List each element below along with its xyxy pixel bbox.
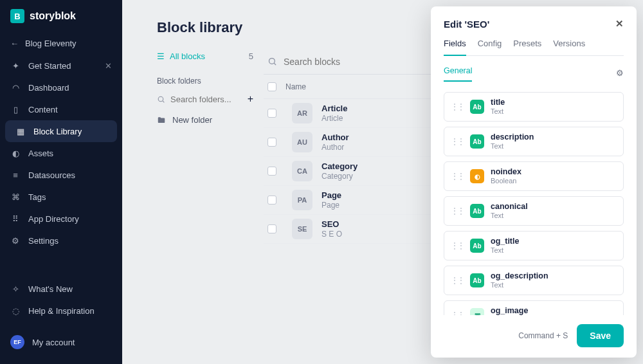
drag-handle-icon[interactable]: ⋮⋮ xyxy=(451,102,464,111)
subtab-general[interactable]: General xyxy=(444,64,472,82)
name-column-header: Name xyxy=(285,82,306,91)
block-avatar: CA xyxy=(292,161,312,181)
data-icon: ≡ xyxy=(10,170,21,180)
close-panel-button[interactable]: ✕ xyxy=(615,18,624,30)
sidebar-item-label: App Directory xyxy=(28,214,79,224)
sidebar-item-label: Help & Inspiration xyxy=(28,306,95,316)
field-row[interactable]: ⋮⋮ ◐ noindex Boolean xyxy=(444,161,624,191)
block-name: Article xyxy=(322,104,347,114)
tab-config[interactable]: Config xyxy=(478,39,502,55)
drag-handle-icon[interactable]: ⋮⋮ xyxy=(451,311,464,315)
save-shortcut-hint: Command + S xyxy=(518,331,568,340)
folder-sidebar: ☰ All blocks 5 Block folders + New folde… xyxy=(157,49,253,130)
select-all-checkbox[interactable] xyxy=(267,82,276,91)
add-folder-button[interactable]: + xyxy=(248,93,253,105)
sidebar-item-app-directory[interactable]: ⠿ App Directory xyxy=(0,208,122,230)
edit-block-panel: Edit 'SEO' ✕ Fields Config Presets Versi… xyxy=(431,6,637,358)
close-icon[interactable]: ✕ xyxy=(105,61,112,71)
gauge-icon: ◠ xyxy=(10,82,21,93)
row-checkbox[interactable] xyxy=(267,167,276,176)
breadcrumb-label: Blog Eleventy xyxy=(25,39,77,48)
sidebar-item-assets[interactable]: ◐ Assets xyxy=(0,142,122,164)
all-blocks-count: 5 xyxy=(249,51,253,61)
sidebar-item-dashboard[interactable]: ◠ Dashboard xyxy=(0,77,122,98)
drag-handle-icon[interactable]: ⋮⋮ xyxy=(451,137,464,146)
tab-versions[interactable]: Versions xyxy=(553,39,585,55)
tag-icon: ⌘ xyxy=(10,192,21,202)
page-icon: ▯ xyxy=(10,104,21,114)
field-type-label: Text xyxy=(491,212,528,219)
block-technical-name: Article xyxy=(322,114,347,123)
field-name: canonical xyxy=(491,203,528,212)
sidebar-item-whats-new[interactable]: ✧ What's New xyxy=(0,278,122,300)
sidebar-item-content[interactable]: ▯ Content xyxy=(0,98,122,120)
field-type-label: Text xyxy=(491,107,505,115)
sidebar-item-account[interactable]: EF My account xyxy=(0,329,122,355)
breadcrumb[interactable]: ← Blog Eleventy xyxy=(0,32,122,55)
tab-fields[interactable]: Fields xyxy=(444,39,466,56)
sidebar-item-tags[interactable]: ⌘ Tags xyxy=(0,186,122,208)
section-settings-button[interactable]: ⚙ xyxy=(616,68,624,78)
svg-line-1 xyxy=(163,100,164,102)
block-avatar: PA xyxy=(292,190,312,210)
block-technical-name: S E O xyxy=(322,230,342,239)
folder-item[interactable]: New folder xyxy=(157,110,253,130)
block-avatar: SE xyxy=(292,219,312,239)
brand-logo[interactable]: B storyblok xyxy=(0,9,122,32)
blocks-icon: ▦ xyxy=(15,126,26,136)
field-row[interactable]: ⋮⋮ Ab og_title Text xyxy=(444,231,624,260)
field-row[interactable]: ⋮⋮ Ab og_description Text xyxy=(444,266,624,295)
sidebar-item-block-library[interactable]: ▦ Block Library xyxy=(5,120,117,142)
sidebar-item-help[interactable]: ◌ Help & Inspiration xyxy=(0,300,122,322)
drag-handle-icon[interactable]: ⋮⋮ xyxy=(451,241,464,250)
block-avatar: AU xyxy=(292,132,312,152)
brand-logo-mark: B xyxy=(10,9,24,23)
sidebar-item-label: Block Library xyxy=(33,127,82,136)
sidebar-item-label: Get Started xyxy=(28,61,71,71)
folders-section-label: Block folders xyxy=(157,77,253,86)
folder-search-row: + xyxy=(157,91,253,107)
folder-label: New folder xyxy=(172,115,212,125)
all-blocks-filter[interactable]: ☰ All blocks 5 xyxy=(157,49,253,64)
sidebar-item-datasources[interactable]: ≡ Datasources xyxy=(0,164,122,186)
drag-handle-icon[interactable]: ⋮⋮ xyxy=(451,206,464,215)
field-row[interactable]: ⋮⋮ ▣ og_image Asset xyxy=(444,300,624,315)
fields-list: ⋮⋮ Ab title Text⋮⋮ Ab description Text⋮⋮… xyxy=(431,82,637,315)
asset-icon: ◐ xyxy=(10,148,21,158)
svg-point-2 xyxy=(269,59,275,64)
field-name: og_title xyxy=(491,237,519,246)
row-checkbox[interactable] xyxy=(267,224,276,233)
sidebar-item-label: Datasources xyxy=(28,170,75,180)
apps-icon: ⠿ xyxy=(10,214,21,224)
save-button[interactable]: Save xyxy=(577,324,624,347)
block-name: SEO xyxy=(322,219,342,230)
tab-presets[interactable]: Presets xyxy=(513,39,541,55)
list-icon: ☰ xyxy=(157,51,165,61)
field-type-label: Text xyxy=(491,246,519,254)
block-avatar: AR xyxy=(292,103,312,123)
field-row[interactable]: ⋮⋮ Ab description Text xyxy=(444,127,624,156)
sidebar-item-label: Content xyxy=(28,105,58,114)
field-type-icon: Ab xyxy=(470,134,484,149)
row-checkbox[interactable] xyxy=(267,109,276,118)
avatar: EF xyxy=(10,335,24,349)
drag-handle-icon[interactable]: ⋮⋮ xyxy=(451,276,464,285)
row-checkbox[interactable] xyxy=(267,138,276,147)
field-name: description xyxy=(491,133,534,142)
field-name: noindex xyxy=(491,168,521,177)
sidebar-item-get-started[interactable]: ✦ Get Started ✕ xyxy=(0,55,122,77)
field-type-icon: Ab xyxy=(470,273,484,287)
all-blocks-label: All blocks xyxy=(170,51,205,61)
field-type-label: Text xyxy=(491,281,548,289)
field-row[interactable]: ⋮⋮ Ab canonical Text xyxy=(444,196,624,226)
folder-search-input[interactable] xyxy=(170,95,242,104)
rocket-icon: ✦ xyxy=(10,60,21,71)
block-technical-name: Category xyxy=(322,172,358,181)
svg-point-0 xyxy=(158,96,163,102)
sidebar-item-settings[interactable]: ⚙ Settings xyxy=(0,230,122,251)
row-checkbox[interactable] xyxy=(267,196,276,205)
field-type-icon: Ab xyxy=(470,204,484,218)
field-row[interactable]: ⋮⋮ Ab title Text xyxy=(444,92,624,122)
drag-handle-icon[interactable]: ⋮⋮ xyxy=(451,172,464,181)
block-technical-name: Author xyxy=(322,143,349,152)
